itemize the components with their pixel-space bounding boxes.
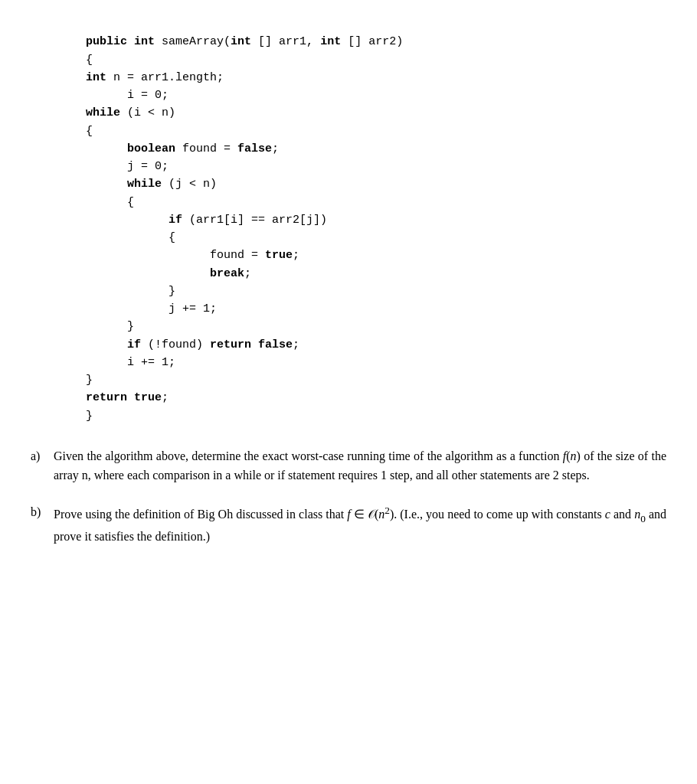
code-line-7: boolean found = false; <box>31 142 279 155</box>
code-line-21: return true; <box>31 391 169 404</box>
question-a-label: a) <box>31 446 54 466</box>
code-line-12: { <box>31 231 175 244</box>
question-b-label: b) <box>31 502 54 522</box>
code-line-16: j += 1; <box>31 302 217 315</box>
code-line-8: j = 0; <box>31 160 169 173</box>
question-b-text: Prove using the definition of Big Oh dis… <box>54 502 666 546</box>
code-line-17: } <box>31 320 134 333</box>
code-line-5: while (i < n) <box>31 106 175 119</box>
code-line-13: found = true; <box>31 249 299 262</box>
code-line-2: { <box>31 54 93 67</box>
code-line-20: } <box>31 374 93 387</box>
code-line-1: public int sameArray(int [] arr1, int []… <box>31 35 403 48</box>
code-line-9: while (j < n) <box>31 178 217 191</box>
code-line-6: { <box>31 125 93 138</box>
code-line-3: int n = arr1.length; <box>31 71 224 84</box>
question-a-text: Given the algorithm above, determine the… <box>54 446 666 485</box>
code-block: public int sameArray(int [] arr1, int []… <box>31 15 666 425</box>
question-a: a) Given the algorithm above, determine … <box>31 446 666 485</box>
code-line-19: i += 1; <box>31 356 175 369</box>
code-line-4: i = 0; <box>31 89 169 102</box>
code-line-15: } <box>31 285 175 298</box>
code-line-10: { <box>31 196 134 209</box>
questions-section: a) Given the algorithm above, determine … <box>31 446 666 547</box>
code-line-14: break; <box>31 267 251 280</box>
code-line-11: if (arr1[i] == arr2[j]) <box>31 214 327 227</box>
question-b: b) Prove using the definition of Big Oh … <box>31 502 666 546</box>
code-line-18: if (!found) return false; <box>31 338 299 351</box>
code-line-22: } <box>31 410 93 423</box>
